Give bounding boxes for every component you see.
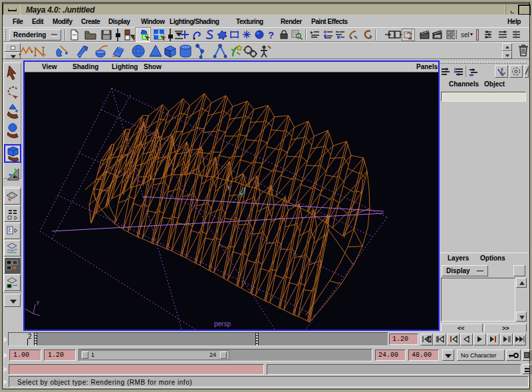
svg-text:y: y bbox=[37, 299, 39, 305]
svg-text:persp: persp bbox=[214, 320, 231, 328]
svg-text:PR: PR bbox=[435, 35, 441, 39]
svg-text:?: ? bbox=[268, 29, 274, 41]
svg-text:Y: Y bbox=[227, 185, 231, 191]
